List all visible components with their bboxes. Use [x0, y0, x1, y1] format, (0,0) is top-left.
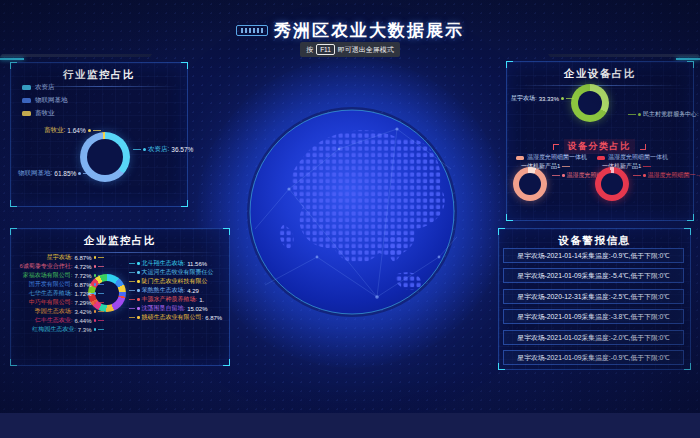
pie-label-dot	[94, 328, 97, 331]
legend-item[interactable]: 农资店	[22, 83, 68, 92]
pie-label-name: 畜牧业:	[44, 126, 65, 135]
legend-item[interactable]: 物联网基地	[22, 96, 68, 105]
pie-label-dot	[638, 113, 641, 116]
corner-accent	[687, 61, 694, 68]
pie-label-name: 中巧年有限公司:	[29, 298, 73, 307]
pie-label-name: 物联网基地:	[18, 169, 52, 178]
legend-item[interactable]: 温湿度光照细菌一体机	[516, 153, 587, 162]
alarm-row: 星宇农场-2021-01-09采集温度:-3.8℃,低于下限:0℃	[503, 309, 684, 324]
device-class-donut-left[interactable]	[513, 167, 547, 201]
header: 秀洲区农业大数据展示	[0, 19, 700, 42]
bottom-band	[0, 413, 700, 438]
pie-label-value: 6.87%	[205, 315, 222, 321]
globe-svg	[247, 107, 457, 317]
pie-label-value: 4.72%	[74, 264, 91, 270]
industry-legend: 农资店 物联网基地 畜牧业	[22, 83, 68, 118]
device-class-donut-right[interactable]	[595, 167, 629, 201]
pie-label-dot	[143, 148, 146, 151]
corner-accent	[10, 62, 17, 69]
pie-label: 陡门生态农业科技有限公	[129, 277, 227, 286]
leader-line	[562, 166, 570, 167]
header-accent-right	[676, 58, 700, 60]
leader-line	[98, 302, 104, 303]
legend-item[interactable]: 温湿度光照细菌一体机	[597, 153, 668, 162]
pie-label-value: 7.72%	[74, 273, 91, 279]
pie-label-value: 7.3%	[78, 327, 92, 333]
legend-swatch	[22, 98, 31, 103]
legend-swatch	[22, 111, 31, 116]
pie-label-name: 北斗翔生态农场:	[142, 259, 186, 268]
pie-label-name: 星宇农场:	[511, 94, 537, 103]
donut-hole	[578, 91, 602, 115]
pie-label: 笨憨憨生态农场:4.29	[129, 286, 227, 295]
equipment-donut-chart[interactable]	[571, 84, 609, 122]
leader-line	[129, 263, 135, 264]
leader-line	[98, 257, 104, 258]
legend-label: 温湿度光照细菌一体机	[527, 153, 587, 162]
pie-label: 6诚蜀黍专业合作社:4.72%	[12, 262, 104, 271]
f11-keycap: F11	[316, 44, 335, 55]
pie-label-dot	[643, 174, 646, 177]
pie-label: 农资店: 36.57%	[133, 145, 193, 154]
enterprise-labels-left: 星宇农场:6.87% 6诚蜀黍专业合作社:4.72% 家福农场有限公司:7.72…	[12, 253, 104, 330]
pie-label-value: 6.44%	[74, 318, 91, 324]
pie-label-value: 33.33%	[539, 96, 559, 102]
alarm-row: 星宇农场-2021-01-14采集温度:-0.9℃,低于下限:0℃	[503, 248, 684, 263]
pie-label: 红梅园生态农业:7.3%	[12, 325, 104, 334]
leader-line	[552, 175, 560, 176]
pie-label-dot	[562, 174, 565, 177]
pie-label: 大运河生态牧业有限责任公	[129, 268, 227, 277]
alarm-row: 星宇农场-2021-01-02采集温度:-2.0℃,低于下限:0℃	[503, 330, 684, 345]
enterprise-labels-right: 北斗翔生态农场:11.56% 大运河生态牧业有限责任公 陡门生态农业科技有限公 …	[129, 259, 227, 321]
pie-label: 丰源水产种质养殖场:1.	[129, 295, 227, 304]
pie-label-value: 36.57%	[171, 146, 193, 153]
leader-line	[129, 299, 135, 300]
legend-item[interactable]: 畜牧业	[22, 109, 68, 118]
pie-label-dot	[94, 319, 97, 322]
pie-label-value: 6.87%	[74, 255, 91, 261]
pie-label-value: 7.29%	[74, 300, 91, 306]
alarm-row: 星宇农场-2021-01-09采集温度:-5.4℃,低于下限:0℃	[503, 268, 684, 283]
pie-label-dot	[94, 292, 97, 295]
pie-label-value: 3.42%	[74, 309, 91, 315]
donut-hole	[519, 173, 541, 195]
fullscreen-tooltip: 按 F11 即可退出全屏模式	[0, 42, 700, 57]
pie-label-dot	[137, 307, 140, 310]
pie-label-name: 七华生态养殖场:	[29, 289, 73, 298]
pie-label-name: 丰源水产种质养殖场:	[142, 295, 198, 304]
pie-label-dot	[137, 271, 140, 274]
leader-line	[98, 266, 104, 267]
leader-line	[566, 98, 574, 99]
pie-label-name: 仁丰生态农业:	[35, 316, 73, 325]
pie-label-value: 11.56%	[187, 261, 207, 267]
pie-label-name: 红梅园生态农业:	[32, 325, 76, 334]
pie-label: 季园生态农场:3.42%	[12, 307, 104, 316]
tooltip-prefix: 按	[306, 45, 313, 55]
pie-label-dot	[94, 256, 97, 259]
pie-label: 星宇农场: 33.33%	[511, 94, 574, 103]
legend-label: 农资店	[35, 83, 55, 92]
legend-label: 物联网基地	[35, 96, 68, 105]
bracket-accent	[640, 144, 646, 150]
pie-label-dot	[94, 283, 97, 286]
pie-label-name: 大运河生态牧业有限责任公	[142, 268, 214, 277]
corner-accent	[684, 228, 691, 235]
donut-hole	[601, 173, 623, 195]
pie-label-dot	[94, 301, 97, 304]
leader-line	[129, 290, 135, 291]
pie-label-name: 陡门生态农业科技有限公	[142, 277, 208, 286]
panel-title: 企业监控占比	[11, 229, 229, 248]
corner-accent	[10, 200, 17, 207]
pie-label-name: 笨憨憨生态农场:	[142, 286, 186, 295]
brand-logo-icon	[236, 25, 268, 36]
pie-label: 北斗翔生态农场:11.56%	[129, 259, 227, 268]
corner-accent	[10, 359, 17, 366]
corner-accent	[223, 228, 230, 235]
pie-label-dot	[94, 274, 97, 277]
corner-accent	[506, 214, 513, 221]
pie-label: 中巧年有限公司:7.29%	[12, 298, 104, 307]
pie-label-dot	[137, 298, 140, 301]
pie-label-dot	[137, 262, 140, 265]
donut-hole	[87, 139, 123, 175]
pie-label: 畜牧业: 1.64%	[44, 126, 101, 135]
